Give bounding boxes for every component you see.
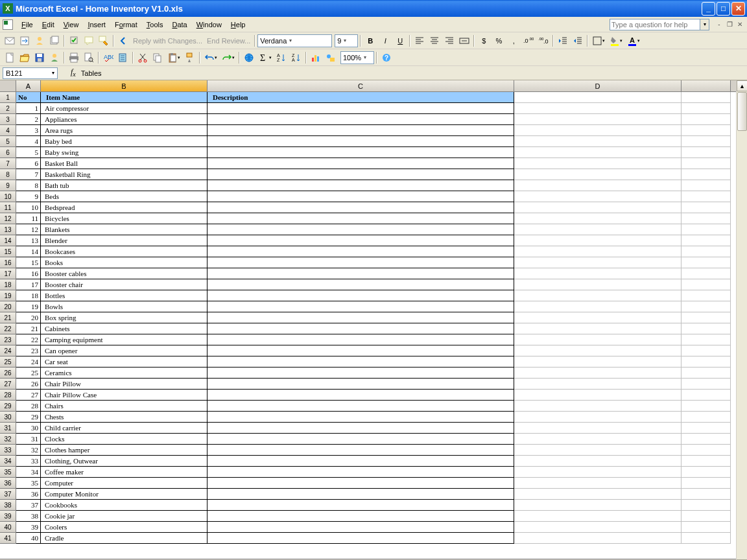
- cell-no[interactable]: 38: [16, 511, 41, 522]
- cell-description[interactable]: [208, 312, 514, 323]
- row-header[interactable]: 14: [0, 235, 16, 246]
- font-size-selector[interactable]: 9▾: [335, 34, 358, 47]
- increase-indent-icon[interactable]: [571, 34, 585, 48]
- cell-description[interactable]: [208, 401, 514, 412]
- cell[interactable]: [514, 125, 682, 136]
- undo-icon[interactable]: ▾: [202, 51, 219, 65]
- row-header[interactable]: 33: [0, 445, 16, 456]
- percent-button[interactable]: %: [492, 34, 506, 48]
- cell[interactable]: [682, 268, 731, 279]
- cell-item-name[interactable]: Cabinets: [41, 323, 208, 334]
- sort-asc-icon[interactable]: AZ: [274, 51, 289, 65]
- cell[interactable]: [514, 103, 682, 114]
- cell-no[interactable]: 12: [16, 224, 41, 235]
- cell-description[interactable]: [208, 224, 514, 235]
- row-header[interactable]: 4: [0, 125, 16, 136]
- cell-description[interactable]: [208, 191, 514, 202]
- cell-item-name[interactable]: Ceramics: [41, 368, 208, 379]
- row-header[interactable]: 13: [0, 224, 16, 235]
- cell-item-name[interactable]: Baby bed: [41, 136, 208, 147]
- cell[interactable]: [514, 401, 682, 412]
- row-header[interactable]: 21: [0, 312, 16, 323]
- cell-no[interactable]: 32: [16, 445, 41, 456]
- attach-icon[interactable]: [47, 34, 62, 48]
- cell-no[interactable]: 17: [16, 279, 41, 290]
- new-mail-icon[interactable]: [3, 34, 17, 48]
- col-header-D[interactable]: D: [514, 80, 682, 91]
- recipient-icon[interactable]: [32, 34, 47, 48]
- cell[interactable]: [514, 390, 682, 401]
- cell[interactable]: [514, 445, 682, 456]
- menu-insert[interactable]: Insert: [83, 19, 110, 30]
- minimize-button[interactable]: _: [702, 2, 715, 16]
- maximize-button[interactable]: □: [717, 2, 730, 16]
- cell[interactable]: [682, 202, 731, 213]
- cell-no[interactable]: 18: [16, 290, 41, 301]
- cell-description[interactable]: [208, 356, 514, 368]
- row-header[interactable]: 3: [0, 114, 16, 125]
- cell-description[interactable]: [208, 334, 514, 345]
- cell-item-name[interactable]: Clocks: [41, 434, 208, 445]
- row-header[interactable]: 12: [0, 213, 16, 224]
- cell[interactable]: [682, 136, 731, 147]
- cell-item-name[interactable]: Clothes hamper: [41, 445, 208, 456]
- menu-file[interactable]: FFileile: [17, 19, 38, 30]
- cell[interactable]: [682, 169, 731, 180]
- cell-no[interactable]: 9: [16, 191, 41, 202]
- cell-no[interactable]: 2: [16, 114, 41, 125]
- cell-item-name[interactable]: Coolers: [41, 522, 208, 533]
- cell-description[interactable]: [208, 533, 514, 544]
- cell[interactable]: [682, 92, 731, 103]
- cell-description[interactable]: [208, 522, 514, 533]
- cell-item-name[interactable]: Computer Monitor: [41, 489, 208, 500]
- cell-no[interactable]: 40: [16, 533, 41, 544]
- underline-button[interactable]: U: [393, 34, 407, 48]
- cell-description[interactable]: [208, 489, 514, 500]
- cell-description[interactable]: [208, 246, 514, 257]
- col-header-B[interactable]: B: [41, 80, 208, 91]
- row-header[interactable]: 40: [0, 522, 16, 533]
- cell[interactable]: [514, 191, 682, 202]
- cell-no[interactable]: 29: [16, 412, 41, 423]
- cell[interactable]: [682, 456, 731, 467]
- cell-description[interactable]: [208, 478, 514, 489]
- cell[interactable]: [514, 235, 682, 246]
- cell-no[interactable]: 8: [16, 180, 41, 191]
- cell[interactable]: [514, 224, 682, 235]
- row-header[interactable]: 34: [0, 456, 16, 467]
- cell[interactable]: [514, 489, 682, 500]
- cell-description[interactable]: [208, 345, 514, 356]
- doc-close-button[interactable]: ✕: [735, 20, 744, 29]
- cell-item-name[interactable]: Booster cables: [41, 268, 208, 279]
- header-description[interactable]: Description: [208, 92, 514, 103]
- cell[interactable]: [682, 114, 731, 125]
- formula-text[interactable]: Tables: [81, 69, 102, 77]
- row-header[interactable]: 28: [0, 390, 16, 401]
- cell[interactable]: [682, 158, 731, 169]
- cell[interactable]: [682, 423, 731, 434]
- cell-no[interactable]: 6: [16, 158, 41, 169]
- cell[interactable]: [682, 478, 731, 489]
- cell-no[interactable]: 22: [16, 334, 41, 345]
- cell[interactable]: [514, 467, 682, 478]
- row-header[interactable]: 5: [0, 136, 16, 147]
- cell[interactable]: [514, 434, 682, 445]
- cell[interactable]: [514, 136, 682, 147]
- decrease-decimal-icon[interactable]: .00.0: [536, 34, 551, 48]
- cell-description[interactable]: [208, 202, 514, 213]
- cell[interactable]: [682, 434, 731, 445]
- row-header[interactable]: 6: [0, 147, 16, 158]
- cell[interactable]: [514, 379, 682, 390]
- cell[interactable]: [682, 390, 731, 401]
- cell-item-name[interactable]: Bowls: [41, 301, 208, 312]
- doc-restore-button[interactable]: ❐: [725, 20, 734, 29]
- cell[interactable]: [682, 323, 731, 334]
- menu-help[interactable]: Help: [226, 19, 250, 30]
- row-header[interactable]: 8: [0, 169, 16, 180]
- cell-no[interactable]: 36: [16, 489, 41, 500]
- cell-no[interactable]: 5: [16, 147, 41, 158]
- cell-description[interactable]: [208, 368, 514, 379]
- row-header[interactable]: 29: [0, 401, 16, 412]
- cell[interactable]: [514, 478, 682, 489]
- cell-no[interactable]: 23: [16, 345, 41, 356]
